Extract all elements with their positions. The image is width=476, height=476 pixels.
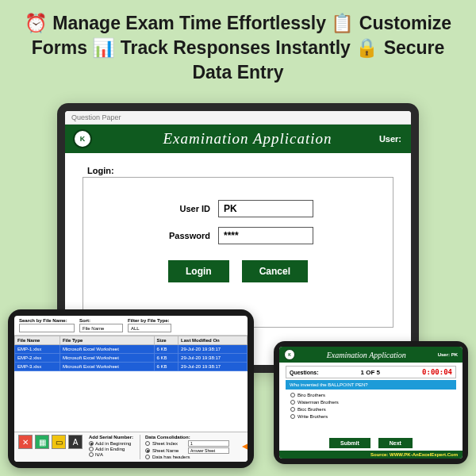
cell: Microsoft Excel Worksheet	[60, 363, 154, 371]
option-a[interactable]: Biro Brothers	[290, 393, 451, 397]
cell: Microsoft Excel Worksheet	[60, 345, 154, 354]
checkbox-icon[interactable]	[145, 455, 150, 459]
headers-label: Data has headers	[152, 455, 190, 459]
sheet-index-input[interactable]	[188, 440, 229, 447]
quiz-app-title: Examination Application	[295, 351, 438, 359]
login-button[interactable]: Login	[168, 260, 229, 282]
col-filetype[interactable]: File Type	[60, 336, 154, 345]
source-footer: Source: WWW.PK-AnExcelExpert.Com	[279, 451, 463, 459]
promo-headline: ⏰ Manage Exam Time Effortlessly 📋 Custom…	[0, 0, 476, 93]
serial-header: Add Serial Number:	[89, 435, 133, 440]
filter-select[interactable]	[128, 324, 171, 332]
file-table: File Name File Type Size Last Modified O…	[14, 336, 248, 432]
table-row[interactable]: EMP-1.xlsx Microsoft Excel Worksheet 6 K…	[15, 345, 248, 354]
submit-button[interactable]: Submit	[329, 438, 370, 448]
sheet-name-label: Sheet Name	[152, 448, 186, 453]
password-label: Password	[163, 231, 210, 240]
cell: 6 KB	[154, 363, 178, 371]
filter-label: Filter by File Type:	[128, 318, 171, 323]
opt-label: Biro Brothers	[298, 393, 325, 397]
userid-input[interactable]	[218, 200, 313, 217]
tablet-device-files: Search by File Name: Sort: Filter by Fil…	[8, 309, 254, 468]
serial-options: Add Serial Number: Add in Beginning Add …	[89, 435, 133, 457]
file-manager-window: Search by File Name: Sort: Filter by Fil…	[14, 316, 248, 462]
login-legend: Login:	[87, 166, 393, 175]
option-b[interactable]: Waterman Brothers	[290, 400, 451, 405]
timer-display: 0:00:04	[422, 368, 452, 376]
question-counter: 1 OF 5	[319, 369, 423, 376]
quiz-header: K Examination Application User: PK	[279, 347, 463, 363]
action-icons: ✕ ▦ ▭ A	[18, 435, 83, 449]
option-d[interactable]: Write Brothers	[290, 414, 451, 419]
cancel-button[interactable]: Cancel	[242, 260, 308, 282]
cons-header: Data Consolidation:	[145, 435, 229, 440]
sheet-index-label: Sheet Index	[152, 441, 186, 446]
consolidation-panel: Data Consolidation: Sheet Index Sheet Na…	[140, 435, 229, 459]
table-header-row: File Name File Type Size Last Modified O…	[15, 336, 248, 345]
opt-label: N/A	[95, 452, 103, 457]
opt-label: Add in Beginning	[95, 441, 131, 446]
next-button[interactable]: Next	[378, 438, 413, 448]
cell: Microsoft Excel Worksheet	[60, 354, 154, 363]
answer-options: Biro Brothers Waterman Brothers Bicc Bro…	[286, 390, 456, 422]
app-title: Examination Application	[92, 130, 403, 148]
sort-label: Sort:	[79, 318, 123, 323]
excel-icon[interactable]: ▦	[35, 435, 49, 449]
code-icon[interactable]: A	[68, 435, 83, 449]
quiz-status-bar: Questions: 1 OF 5 0:00:04	[286, 366, 456, 378]
cell: EMP-3.xlsx	[15, 363, 60, 371]
sort-select[interactable]	[79, 324, 123, 332]
cell: EMP-2.xlsx	[15, 354, 60, 363]
option-c[interactable]: Bicc Brothers	[290, 407, 451, 412]
cell: 6 KB	[154, 345, 178, 354]
user-label: User:	[379, 134, 401, 144]
opt-label: Add in Ending	[95, 447, 125, 451]
quiz-body: Questions: 1 OF 5 0:00:04 Who invented t…	[279, 363, 463, 436]
opt-label: Bicc Brothers	[298, 407, 326, 412]
cell: 29-Jul-20 19:38:17	[178, 354, 248, 363]
file-toolbar: Search by File Name: Sort: Filter by Fil…	[14, 316, 248, 336]
tablet-device-quiz: K Examination Application User: PK Quest…	[274, 341, 468, 464]
window-title: Question Paper	[65, 111, 411, 125]
serial-opt-na[interactable]: N/A	[89, 452, 133, 457]
serial-opt-begin[interactable]: Add in Beginning	[89, 441, 133, 446]
quiz-user: User: PK	[438, 352, 458, 357]
quiz-buttons: Submit Next	[279, 436, 463, 451]
search-input[interactable]	[19, 324, 75, 332]
app-logo-icon: K	[73, 129, 92, 148]
userid-label: User ID	[163, 204, 210, 213]
quiz-window: K Examination Application User: PK Quest…	[279, 347, 463, 459]
login-fieldset: User ID Password Login Cancel	[83, 177, 393, 328]
opt-label: Write Brothers	[298, 414, 328, 419]
col-filename[interactable]: File Name	[15, 336, 60, 345]
radio-icon[interactable]	[145, 441, 150, 446]
question-text: Who invented the BALLPOINT PEN?	[286, 380, 456, 390]
cell: 29-Jul-20 19:38:17	[178, 345, 248, 354]
serial-opt-end[interactable]: Add in Ending	[89, 447, 133, 451]
questions-label: Questions:	[290, 370, 319, 375]
cell: 6 KB	[154, 354, 178, 363]
folder-icon[interactable]: ▭	[52, 435, 66, 449]
cell: 29-Jul-20 19:38:17	[178, 363, 248, 371]
pdf-icon[interactable]: ✕	[18, 435, 33, 449]
password-input[interactable]	[218, 227, 313, 244]
col-size[interactable]: Size	[154, 336, 178, 345]
search-label: Search by File Name:	[19, 318, 75, 323]
cell: EMP-1.xlsx	[15, 345, 60, 354]
app-header: K Examination Application User:	[65, 125, 411, 153]
opt-label: Waterman Brothers	[298, 400, 339, 405]
app-logo-icon: K	[284, 349, 295, 360]
col-modified[interactable]: Last Modified On	[178, 336, 248, 345]
file-footer: ✕ ▦ ▭ A Add Serial Number: Add in Beginn…	[14, 432, 248, 462]
arrow-left-icon: ◄	[240, 440, 248, 452]
table-row[interactable]: EMP-3.xlsx Microsoft Excel Worksheet 6 K…	[15, 363, 248, 371]
radio-icon[interactable]	[145, 448, 150, 453]
sheet-name-input[interactable]	[188, 447, 229, 454]
table-row[interactable]: EMP-2.xlsx Microsoft Excel Worksheet 6 K…	[15, 354, 248, 363]
